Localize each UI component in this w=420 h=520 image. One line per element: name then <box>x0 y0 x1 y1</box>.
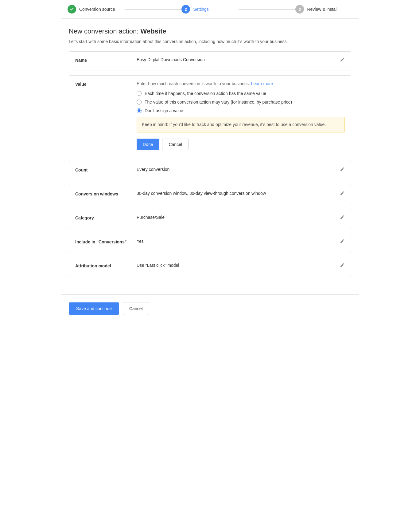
value-description: Enter how much each conversion is worth … <box>137 81 345 86</box>
attribution-model-edit-icon[interactable] <box>340 263 345 269</box>
name-section: Name Easy Digital Downloads Conversion <box>69 51 351 70</box>
value-content: Enter how much each conversion is worth … <box>137 81 345 150</box>
page-subtitle: Let's start with some basic information … <box>69 39 351 44</box>
step-label-review: Review & install <box>307 7 337 12</box>
value-cancel-button[interactable]: Cancel <box>162 139 189 150</box>
step-connector-1 <box>125 9 182 10</box>
name-row: Name Easy Digital Downloads Conversion <box>69 52 351 70</box>
include-conversions-section: Include in "Conversions" Yes <box>69 233 351 252</box>
save-continue-button[interactable]: Save and continue <box>69 302 119 315</box>
stepper: Conversion source 2 Settings 3 Review & … <box>61 0 359 19</box>
category-value: Purchase/Sale <box>137 215 336 220</box>
count-edit-icon[interactable] <box>340 167 345 173</box>
include-conversions-value: Yes <box>137 239 336 244</box>
bottom-bar: Save and continue Cancel <box>61 294 359 322</box>
conversion-windows-value: 30-day conversion window, 30-day view-th… <box>137 191 336 196</box>
learn-more-link[interactable]: Learn more <box>251 81 273 86</box>
attribution-model-row: Attribution model Use "Last click" model <box>69 257 351 276</box>
step-connector-2 <box>239 9 296 10</box>
category-section: Category Purchase/Sale <box>69 209 351 228</box>
include-conversions-label: Include in "Conversions" <box>75 239 137 244</box>
value-header: Value Enter how much each conversion is … <box>75 81 345 150</box>
count-row: Count Every conversion <box>69 161 351 180</box>
main-content: New conversion action: Website Let's sta… <box>61 19 359 290</box>
step-icon-settings: 2 <box>181 5 190 14</box>
value-warning-box: Keep in mind: If you'd like to track and… <box>137 117 345 132</box>
count-label: Count <box>75 167 137 172</box>
conversion-windows-row: Conversion windows 30-day conversion win… <box>69 185 351 204</box>
category-row: Category Purchase/Sale <box>69 209 351 228</box>
radio-same-value[interactable]: Each time it happens, the conversion act… <box>137 91 345 96</box>
attribution-model-section: Attribution model Use "Last click" model <box>69 257 351 276</box>
include-conversions-row: Include in "Conversions" Yes <box>69 233 351 252</box>
category-label: Category <box>75 215 137 220</box>
name-value: Easy Digital Downloads Conversion <box>137 57 336 62</box>
radio-no-value-input[interactable] <box>137 108 142 113</box>
page-title: New conversion action: Website <box>69 27 351 35</box>
value-section: Value Enter how much each conversion is … <box>69 75 351 156</box>
attribution-model-label: Attribution model <box>75 263 137 268</box>
step-icon-conversion-source <box>68 5 76 14</box>
radio-vary-value-input[interactable] <box>137 100 142 104</box>
value-warning-text: Keep in mind: If you'd like to track and… <box>142 122 326 127</box>
bottom-cancel-button[interactable]: Cancel <box>123 302 149 315</box>
step-label-settings: Settings <box>193 7 209 12</box>
conversion-windows-edit-icon[interactable] <box>340 191 345 197</box>
value-button-row: Done Cancel <box>137 139 345 150</box>
radio-no-value[interactable]: Don't assign a value <box>137 108 345 113</box>
count-value: Every conversion <box>137 167 336 172</box>
step-conversion-source: Conversion source <box>68 5 125 14</box>
step-icon-review: 3 <box>295 5 304 14</box>
radio-vary-value[interactable]: The value of this conversion action may … <box>137 100 345 104</box>
category-edit-icon[interactable] <box>340 215 345 221</box>
value-label: Value <box>75 81 137 87</box>
count-section: Count Every conversion <box>69 161 351 180</box>
include-conversions-edit-icon[interactable] <box>340 239 345 245</box>
step-review-install: 3 Review & install <box>295 5 352 14</box>
attribution-model-value: Use "Last click" model <box>137 263 336 268</box>
step-settings: 2 Settings <box>181 5 239 14</box>
name-edit-icon[interactable] <box>340 57 345 63</box>
name-label: Name <box>75 57 137 63</box>
step-label-conversion-source: Conversion source <box>79 7 115 12</box>
radio-same-value-label[interactable]: Each time it happens, the conversion act… <box>145 91 266 96</box>
conversion-windows-label: Conversion windows <box>75 191 137 196</box>
radio-no-value-label[interactable]: Don't assign a value <box>145 108 183 113</box>
value-done-button[interactable]: Done <box>137 139 159 150</box>
radio-vary-value-label[interactable]: The value of this conversion action may … <box>145 100 292 104</box>
conversion-windows-section: Conversion windows 30-day conversion win… <box>69 185 351 204</box>
radio-same-value-input[interactable] <box>137 91 142 96</box>
